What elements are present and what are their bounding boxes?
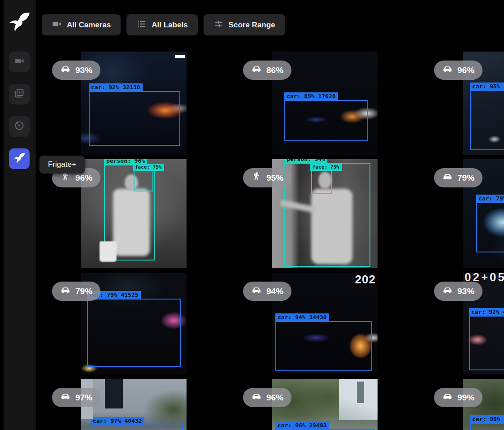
bounding-box: car: 99% 25 — [470, 423, 504, 430]
car-icon — [442, 64, 453, 77]
score-badge: 93% — [52, 61, 100, 80]
bounding-box: car: 92% 4216 — [469, 316, 504, 370]
all-cameras-label: All Cameras — [67, 21, 111, 30]
detection-cell[interactable]: car: 97% 4043297% — [45, 379, 236, 430]
bbox-label: car: 79% — [476, 195, 504, 203]
sidebar-item-frigate-plus[interactable] — [9, 148, 30, 169]
car-icon — [60, 64, 71, 77]
score-badge: 95% — [243, 168, 291, 187]
score-range-filter-button[interactable]: Score Range — [204, 14, 285, 35]
bbox-label: car: 95% 45260 — [470, 83, 504, 91]
explore-icon — [14, 120, 25, 133]
score-badge: 79% — [434, 168, 482, 187]
bounding-box: car: 95% 45260 — [470, 90, 504, 150]
face-bbox-label: face: 75% — [133, 164, 164, 171]
detection-cell[interactable]: car: 85% 1762886% — [236, 52, 427, 155]
detection-cell[interactable]: car: 92% 3213093% — [45, 52, 236, 155]
detection-cell[interactable]: person: 96%face: 75%96% — [45, 159, 236, 268]
camera-icon — [52, 19, 62, 31]
timestamp-overlay: 202 — [355, 273, 376, 287]
all-cameras-filter-button[interactable]: All Cameras — [42, 14, 121, 35]
score-value: 95% — [266, 173, 283, 183]
score-badge: 99% — [434, 388, 482, 407]
bounding-box: car: 85% 17628 — [284, 100, 368, 141]
score-badge: 86% — [243, 61, 291, 80]
score-badge: 93% — [434, 282, 482, 301]
detection-cell[interactable]: car: 79%79% — [427, 159, 504, 268]
score-value: 79% — [75, 287, 92, 296]
bbox-label: car: 94% 34430 — [275, 313, 329, 321]
bbox-label: car: 97% 40432 — [91, 417, 144, 425]
scene-shape — [175, 55, 185, 58]
score-value: 94% — [266, 287, 283, 296]
face-bbox-label: face: 73% — [310, 164, 342, 171]
detection-cell[interactable]: car: 79% 4152579% — [45, 273, 236, 374]
sliders-icon — [213, 19, 224, 31]
sidebar — [0, 0, 35, 430]
bbox-label: car: 92% 4216 — [469, 308, 504, 316]
bbox-label: person: 94% — [284, 159, 327, 163]
score-value: 96% — [75, 173, 92, 183]
score-value: 79% — [457, 173, 474, 183]
score-badge: 97% — [52, 388, 100, 407]
car-icon — [60, 285, 71, 298]
bounding-box: car: 92% 32130 — [89, 91, 180, 146]
score-value: 86% — [266, 65, 283, 75]
sidebar-nav — [9, 52, 30, 169]
detection-cell[interactable]: car: 95% 4526096% — [427, 52, 504, 155]
detection-cell[interactable]: person: 94%face: 73%95% — [236, 159, 427, 268]
bounding-box: car: 94% 34430 — [275, 321, 372, 371]
video-camera-icon — [14, 56, 25, 68]
score-value: 96% — [266, 393, 283, 403]
bbox-label: car: 99% 25 — [470, 415, 504, 423]
face-bounding-box: face: 75% — [134, 170, 153, 191]
car-icon — [251, 285, 262, 298]
bbox-label: car: 92% 32130 — [89, 83, 143, 91]
sidebar-item-review[interactable] — [9, 84, 30, 104]
all-labels-filter-button[interactable]: All Labels — [126, 14, 197, 35]
score-value: 93% — [75, 65, 92, 75]
score-value: 93% — [457, 287, 474, 296]
car-icon — [251, 391, 262, 404]
car-icon — [442, 285, 453, 298]
bbox-label: car: 96% 29493 — [275, 421, 329, 430]
car-icon — [442, 171, 453, 184]
frigate-plus-tooltip: Frigate+ — [39, 156, 85, 174]
score-range-label: Score Range — [229, 21, 275, 30]
frigate-bird-icon — [13, 152, 25, 165]
all-labels-label: All Labels — [152, 21, 187, 30]
detection-cell[interactable]: 02+05 Jcar: 92% 421693% — [427, 273, 504, 374]
detection-cell[interactable]: car: 96% 2949396% — [236, 379, 427, 430]
bbox-label: car: 85% 17628 — [284, 92, 338, 100]
frigate-logo — [9, 11, 30, 32]
detection-cell[interactable]: car: 99% 2599% — [427, 379, 504, 430]
score-badge: 96% — [243, 388, 291, 407]
car-icon — [251, 64, 262, 77]
review-icon — [14, 88, 25, 100]
score-badge: 96% — [434, 61, 482, 80]
car-icon — [60, 391, 71, 404]
person-icon — [251, 171, 262, 184]
score-value: 99% — [457, 393, 474, 403]
face-bounding-box: face: 73% — [311, 170, 332, 194]
bounding-box: car: 79% 41525 — [87, 299, 181, 367]
score-badge: 94% — [243, 282, 291, 301]
detection-grid: car: 92% 3213093%car: 85% 1762886%car: 9… — [45, 52, 504, 430]
detection-cell[interactable]: 202car: 94% 3443094% — [236, 273, 427, 374]
filter-toolbar: All Cameras All Labels Score Range — [42, 14, 285, 35]
sidebar-item-cameras[interactable] — [9, 52, 30, 72]
sidebar-item-explore[interactable] — [9, 116, 30, 137]
car-icon — [442, 391, 453, 404]
score-value: 97% — [75, 393, 92, 403]
score-value: 96% — [457, 65, 474, 75]
bounding-box: car: 79% — [476, 202, 504, 252]
score-badge: 79% — [52, 282, 100, 301]
list-icon — [136, 19, 147, 31]
bounding-box: car: 97% 40432 — [91, 425, 183, 430]
